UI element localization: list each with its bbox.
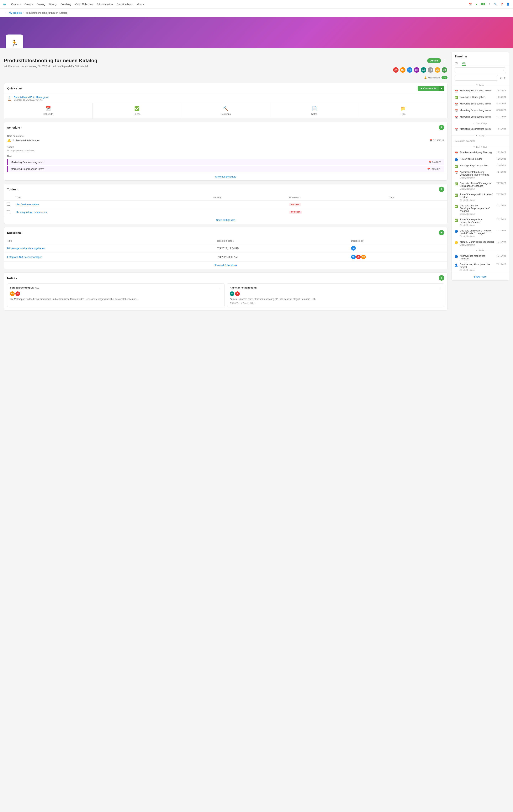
schedule-item[interactable]: Marketing Besprechung intern 📅 8/4/2023 [7,159,444,165]
breadcrumb-parent[interactable]: My projects [9,11,22,14]
todo-checkbox-cell[interactable] [4,201,13,208]
milestone-label: Next milestone [7,135,444,138]
todos-col-due-date: Due date ↑ [286,195,386,201]
decision-decided-by-cell: TB JK MB [348,253,447,261]
todo-title-cell: Set Design erstellen [13,201,210,208]
timeline-subtext: Glock, Benjamin [460,199,494,201]
schedule-item[interactable]: Marketing Besprechung intern 📅 8/11/2023 [7,166,444,172]
show-full-schedule-link[interactable]: Show full schedule [4,173,447,180]
schedule-section-title[interactable]: Schedule › [7,126,22,129]
timeline-item-text: Approval des Marketings (Kunden) [460,255,494,260]
recent-file-item[interactable]: 📋 Beispiel Mood Foto Hintergrund Changed… [4,94,447,103]
timeline-subtext: Glock, Benjamin [460,235,494,237]
todo-title-link[interactable]: Set Design erstellen [17,203,39,206]
note-avatars: AS JK [230,291,441,296]
timeline-item-text: Due date of to-do "Kataloge in Druck geb… [460,182,494,187]
todo-title-link[interactable]: Katalogauflage besprechen [17,211,47,213]
decision-title-link[interactable]: Blitzanlage wird auch ausgeliehen [7,247,45,250]
timeline-item-date: 7/27/2023 [496,229,506,232]
timeline-filter-dropdown[interactable]: ▾ [455,67,506,73]
nav-question-bank[interactable]: Question bank [117,3,133,6]
table-row: Katalogauflage besprechen 7/28/2023 [4,208,447,216]
bell-icon: 🔔 [424,76,427,79]
modifications-toggle[interactable]: ON [442,76,448,79]
timeline-section-last7: ▾ Last 7 days [452,144,509,150]
show-all-decisions-link[interactable]: Show all 2 decisions [4,261,447,269]
decisions-col-decided-by: Decided by [348,238,447,244]
search-icon[interactable]: 🔍 [494,2,497,6]
create-note-dropdown-button[interactable]: ▾ [439,86,444,91]
quick-nav-schedule[interactable]: 📅 Schedule [4,103,92,119]
timeline-search-input[interactable] [455,75,498,81]
show-all-todos-link[interactable]: Show all 8 to-dos [4,216,447,224]
tab-all[interactable]: All [462,60,466,66]
decisions-add-button[interactable]: + [439,230,444,235]
timeline-item-text: Marketing Besprechung intern [460,115,494,118]
notification-badge[interactable]: 1/6 [481,3,485,5]
quick-nav-decisions[interactable]: 🔨 Decisions [181,103,270,119]
file-name[interactable]: Beispiel Mood Foto Hintergrund [14,96,49,99]
quick-nav-todos[interactable]: ✅ To-dos [93,103,181,119]
main-wrapper: Produktfotoshooting für neuen Katalog Wi… [0,48,513,321]
notes-section-title[interactable]: Notes › [7,277,17,280]
note-title: Anbieter Fotoshooting [230,286,438,289]
chevron-down-icon: ▾ [476,84,478,86]
online-status-icon: ● [475,2,478,6]
timeline-item-text: Streckenbesichtigung Shooting [460,151,496,154]
schedule-add-button[interactable]: + [439,125,444,130]
todo-checkbox-cell[interactable] [4,208,13,216]
nav-administration[interactable]: Administration [97,3,113,6]
list-item: ✅ Katalogauflage besprechen 7/28/2023 [452,163,509,169]
notes-add-button[interactable]: + [439,275,444,281]
nav-library[interactable]: Library [49,3,57,6]
note-menu-button[interactable]: ⋮ [438,286,441,290]
todo-checkbox[interactable] [7,203,10,206]
nav-courses[interactable]: Courses [11,3,21,6]
quick-nav-files[interactable]: 📁 Files [359,103,447,119]
app-logo[interactable]: ∞ [3,2,6,6]
timeline-item-date: 8/4/2023 [497,127,506,130]
show-more-button[interactable]: Show more [452,273,509,281]
avatar: BG [441,67,448,73]
project-logo: 🏃 [6,34,23,48]
file-info: Beispiel Mood Foto Hintergrund Changed o… [14,96,49,101]
timeline-item-date: 9/1/2023 [497,89,506,91]
timeline-item-date: 7/28/2023 [496,164,506,167]
schedule-icon: 📅 [46,106,51,111]
timeline-item-text: Due date of to-do "Katalogauflage bespre… [460,204,494,212]
nav-more[interactable]: More ▾ [137,3,144,6]
calendar-icon[interactable]: 📅 [468,2,472,6]
nav-catalog[interactable]: Catalog [36,3,45,6]
timeline-item-text: Appointment "Marketing Besprechung inter… [460,171,494,176]
back-icon[interactable]: ‹ [4,11,8,14]
user-avatar-icon[interactable]: 👤 [506,2,510,6]
note-menu-button[interactable]: ⋮ [218,286,222,290]
todo-checkbox[interactable] [7,210,10,213]
chevron-right-icon: › [22,231,23,234]
breadcrumb-current: Produktfotoshooting für neuen Katalog [25,11,67,14]
todo-due-date-cell: 7/6/2023 [286,201,386,208]
project-title-block: Produktfotoshooting für neuen Katalog Wi… [4,58,393,68]
decisions-section-title[interactable]: Decisions › [7,231,23,234]
nav-coaching[interactable]: Coaching [61,3,71,6]
decision-title-link[interactable]: Fotografie NUR aussenanlagen [7,256,42,258]
todos-add-button[interactable]: + [439,186,444,192]
todos-section-title[interactable]: To-dos › [7,188,18,191]
todo-due-date-tag: 7/28/2023 [289,211,302,214]
print-icon[interactable]: 🖨 [488,2,491,6]
nav-video-collection[interactable]: Video Collection [75,3,93,6]
timeline-subtext: Glock, Benjamin [460,243,494,246]
tab-my[interactable]: My [455,60,459,66]
timeline-item-date: 7/27/2023 [496,240,506,243]
help-icon[interactable]: ❓ [500,2,504,6]
nav-groups[interactable]: Groups [25,3,33,6]
project-more-button[interactable]: ⋮ [443,58,448,63]
calendar-icon-small: 📅 [429,139,432,142]
quick-nav-notes[interactable]: 📄 Notes [270,103,359,119]
quick-nav-label-todos: To-dos [133,113,141,115]
create-note-button[interactable]: ✦ Create note [418,86,439,91]
filter-icon[interactable]: ▼ [503,77,506,79]
decisions-icon: 🔨 [223,106,228,111]
timeline-filter: ⚙ ▼ [452,74,509,82]
settings-icon[interactable]: ⚙ [500,77,502,79]
